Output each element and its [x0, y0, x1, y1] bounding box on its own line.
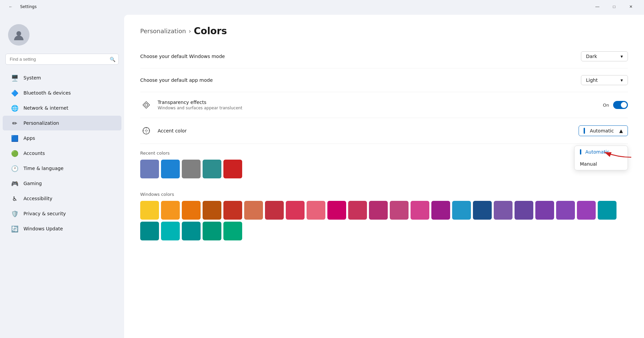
search-icon: 🔍	[110, 57, 115, 62]
windows-colors-section: Windows colors	[140, 185, 628, 247]
transparency-toggle[interactable]	[613, 101, 628, 109]
sidebar-item-label-personalization: Personalization	[23, 120, 59, 126]
recent-colors-section: Recent colors	[140, 144, 628, 185]
transparency-label: Transparency effects	[158, 100, 242, 105]
sidebar-item-label-accounts: Accounts	[23, 151, 45, 156]
recent-color-swatch[interactable]	[140, 160, 159, 178]
recent-color-swatch[interactable]	[223, 160, 242, 178]
accent-icon	[140, 125, 152, 137]
app-mode-row: Choose your default app mode Light ▾	[140, 68, 628, 92]
maximize-button[interactable]: □	[606, 1, 622, 12]
recent-color-swatch[interactable]	[203, 160, 221, 178]
sidebar-item-accessibility[interactable]: ♿ Accessibility	[3, 191, 121, 206]
svg-point-0	[16, 31, 21, 36]
titlebar-left: ← Settings	[5, 1, 37, 12]
transparency-icon	[140, 99, 152, 111]
windows-color-swatch[interactable]	[494, 201, 513, 220]
titlebar: ← Settings — □ ✕	[0, 0, 644, 13]
network-icon: 🌐	[11, 104, 19, 112]
windows-color-swatch[interactable]	[140, 222, 159, 240]
minimize-button[interactable]: —	[590, 1, 605, 12]
sidebar-item-gaming[interactable]: 🎮 Gaming	[3, 176, 121, 191]
app-mode-dropdown[interactable]: Light ▾	[581, 75, 628, 85]
transparency-sublabel: Windows and surfaces appear translucent	[158, 106, 242, 110]
accent-color-dropdown[interactable]: Automatic ▲	[579, 125, 628, 136]
recent-colors-label: Recent colors	[140, 151, 628, 156]
windows-color-swatch[interactable]	[390, 201, 409, 220]
accent-selected-bar	[584, 128, 585, 134]
nav-list: 🖥️ System 🔷 Bluetooth & devices 🌐 Networ…	[0, 70, 124, 236]
sidebar-item-label-accessibility: Accessibility	[23, 196, 52, 201]
accent-dropdown-menu: Automatic Manual	[574, 146, 628, 170]
windows-color-swatch[interactable]	[473, 201, 492, 220]
windows-color-swatch[interactable]	[223, 201, 242, 220]
windows-color-swatch[interactable]	[140, 201, 159, 220]
search-input[interactable]	[5, 54, 119, 65]
sidebar-item-personalization[interactable]: ✏️ Personalization	[3, 116, 121, 130]
sidebar-item-label-system: System	[23, 75, 41, 80]
windows-colors-label: Windows colors	[140, 192, 628, 197]
accent-color-section: Accent color Automatic ▲ Automatic	[140, 118, 628, 247]
windows-color-swatch[interactable]	[223, 222, 242, 240]
sidebar-item-apps[interactable]: 🟦 Apps	[3, 131, 121, 146]
windows-color-swatch[interactable]	[556, 201, 575, 220]
close-button[interactable]: ✕	[623, 1, 639, 12]
app-container: 🔍 🖥️ System 🔷 Bluetooth & devices 🌐 Netw…	[0, 13, 644, 338]
accent-color-value: Automatic	[590, 128, 614, 133]
windows-color-swatch[interactable]	[244, 201, 263, 220]
back-button[interactable]: ←	[5, 1, 16, 12]
accounts-icon: 🟢	[11, 149, 19, 157]
windows-mode-chevron-icon: ▾	[621, 54, 623, 59]
windows-color-swatch[interactable]	[161, 201, 180, 220]
windows-color-swatch[interactable]	[182, 201, 201, 220]
recent-color-swatch[interactable]	[161, 160, 180, 178]
windows-mode-dropdown[interactable]: Dark ▾	[581, 51, 628, 61]
windows-color-swatch[interactable]	[265, 201, 284, 220]
windows-color-swatch[interactable]	[369, 201, 388, 220]
user-section	[0, 19, 124, 54]
avatar	[8, 24, 30, 46]
accessibility-icon: ♿	[11, 194, 19, 203]
windows-color-swatch[interactable]	[203, 222, 221, 240]
accent-option-automatic[interactable]: Automatic	[575, 146, 628, 158]
breadcrumb-separator: ›	[189, 27, 191, 35]
app-mode-label: Choose your default app mode	[140, 77, 213, 83]
breadcrumb: Personalization › Colors	[124, 15, 644, 45]
update-icon: 🔄	[11, 225, 19, 233]
windows-color-swatch[interactable]	[348, 201, 367, 220]
sidebar-item-update[interactable]: 🔄 Windows Update	[3, 221, 121, 236]
sidebar-item-accounts[interactable]: 🟢 Accounts	[3, 146, 121, 161]
windows-color-swatch[interactable]	[431, 201, 450, 220]
sidebar-item-network[interactable]: 🌐 Network & internet	[3, 101, 121, 115]
sidebar-item-system[interactable]: 🖥️ System	[3, 70, 121, 85]
sidebar-item-bluetooth[interactable]: 🔷 Bluetooth & devices	[3, 86, 121, 100]
recent-color-swatch[interactable]	[182, 160, 201, 178]
windows-color-swatch[interactable]	[327, 201, 346, 220]
accent-option-manual[interactable]: Manual	[575, 158, 628, 170]
windows-color-swatch[interactable]	[577, 201, 596, 220]
windows-colors-grid	[140, 201, 628, 240]
windows-mode-value: Dark	[586, 54, 597, 59]
sidebar-item-time[interactable]: 🕐 Time & language	[3, 161, 121, 176]
privacy-icon: 🛡️	[11, 210, 19, 218]
windows-color-swatch[interactable]	[535, 201, 554, 220]
main-content: Personalization › Colors Choose your def…	[124, 15, 644, 338]
app-mode-value: Light	[586, 77, 598, 83]
sidebar-item-label-privacy: Privacy & security	[23, 211, 66, 216]
windows-color-swatch[interactable]	[182, 222, 201, 240]
windows-color-swatch[interactable]	[307, 201, 325, 220]
windows-color-swatch[interactable]	[515, 201, 533, 220]
windows-color-swatch[interactable]	[161, 222, 180, 240]
apps-icon: 🟦	[11, 134, 19, 142]
windows-color-swatch[interactable]	[203, 201, 221, 220]
sidebar-item-privacy[interactable]: 🛡️ Privacy & security	[3, 206, 121, 221]
system-icon: 🖥️	[11, 74, 19, 82]
sidebar: 🔍 🖥️ System 🔷 Bluetooth & devices 🌐 Netw…	[0, 13, 124, 338]
personalization-icon: ✏️	[11, 119, 19, 127]
windows-color-swatch[interactable]	[411, 201, 429, 220]
windows-color-swatch[interactable]	[452, 201, 471, 220]
windows-color-swatch[interactable]	[598, 201, 616, 220]
page-title: Colors	[194, 25, 227, 37]
sidebar-item-label-apps: Apps	[23, 135, 35, 141]
windows-color-swatch[interactable]	[286, 201, 305, 220]
